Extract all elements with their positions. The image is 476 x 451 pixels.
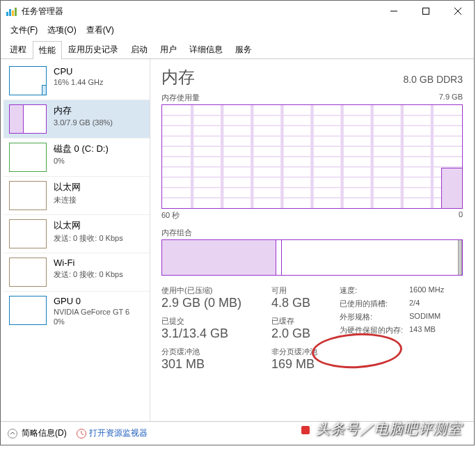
eth1-sub: 发送: 0 接收: 0 Kbps bbox=[54, 233, 123, 244]
fewer-details-label: 简略信息(D) bbox=[22, 427, 67, 439]
paged-label: 分页缓冲池 bbox=[161, 347, 266, 357]
tab-startup[interactable]: 启动 bbox=[125, 40, 154, 58]
window-title: 任务管理器 bbox=[22, 6, 378, 17]
sidebar-item-gpu[interactable]: GPU 0NVIDIA GeForce GT 60% bbox=[3, 291, 150, 330]
tab-history[interactable]: 应用历史记录 bbox=[62, 40, 125, 58]
monitor-icon bbox=[77, 429, 86, 438]
disk-thumb bbox=[9, 143, 47, 172]
form-value: SODIMM bbox=[409, 312, 441, 322]
svg-point-26 bbox=[8, 429, 17, 438]
committed-value: 3.1/13.4 GB bbox=[161, 326, 266, 341]
gpu-sub: NVIDIA GeForce GT 6 bbox=[54, 308, 129, 316]
menubar: 文件(F) 选项(O) 查看(V) bbox=[1, 22, 474, 40]
wifi-sub: 发送: 0 接收: 0 Kbps bbox=[54, 269, 123, 280]
available-label: 可用 bbox=[271, 285, 334, 296]
gpu-title: GPU 0 bbox=[54, 296, 129, 306]
menu-view[interactable]: 查看(V) bbox=[82, 23, 118, 38]
nonpaged-label: 非分页缓冲池 bbox=[271, 347, 334, 357]
resource-monitor-link[interactable]: 打开资源监视器 bbox=[77, 427, 148, 439]
sidebar-item-cpu[interactable]: CPU16% 1.44 GHz bbox=[3, 62, 150, 100]
footer: 简略信息(D) 打开资源监视器 bbox=[1, 421, 474, 445]
tabbar: 进程 性能 应用历史记录 启动 用户 详细信息 服务 bbox=[1, 40, 474, 59]
tab-details[interactable]: 详细信息 bbox=[183, 40, 229, 58]
slots-label: 已使用的插槽: bbox=[340, 299, 409, 309]
disk-title: 磁盘 0 (C: D:) bbox=[54, 143, 109, 155]
form-label: 外形规格: bbox=[340, 312, 409, 322]
sidebar: CPU16% 1.44 GHz 内存3.0/7.9 GB (38%) 磁盘 0 … bbox=[1, 59, 150, 421]
app-icon bbox=[6, 6, 17, 16]
close-button[interactable] bbox=[442, 1, 474, 22]
chevron-up-icon bbox=[8, 429, 17, 438]
committed-label: 已提交 bbox=[161, 316, 266, 326]
eth1-title: 以太网 bbox=[54, 219, 123, 232]
in-use-label: 使用中(已压缩) bbox=[161, 285, 266, 296]
wifi-thumb bbox=[9, 258, 47, 287]
slots-value: 2/4 bbox=[409, 299, 420, 309]
available-value: 4.8 GB bbox=[271, 296, 334, 310]
memory-usage-chart[interactable] bbox=[161, 104, 463, 209]
nonpaged-value: 169 MB bbox=[271, 357, 334, 372]
fewer-details-button[interactable]: 简略信息(D) bbox=[8, 427, 67, 439]
main-title: 内存 bbox=[161, 66, 195, 88]
disk-sub: 0% bbox=[54, 157, 109, 165]
memory-total: 8.0 GB DDR3 bbox=[403, 74, 463, 85]
svg-rect-2 bbox=[12, 10, 14, 16]
paged-value: 301 MB bbox=[161, 357, 266, 372]
axis-right: 0 bbox=[459, 210, 463, 221]
maximize-button[interactable] bbox=[410, 1, 442, 22]
sidebar-item-eth0[interactable]: 以太网未连接 bbox=[3, 176, 150, 214]
tab-users[interactable]: 用户 bbox=[154, 40, 183, 58]
memory-composition-chart[interactable] bbox=[161, 239, 463, 276]
memory-thumb bbox=[9, 104, 47, 134]
hw-label: 为硬件保留的内存: bbox=[340, 325, 409, 335]
svg-rect-5 bbox=[423, 8, 429, 15]
sidebar-item-disk[interactable]: 磁盘 0 (C: D:)0% bbox=[3, 138, 150, 176]
sidebar-item-eth1[interactable]: 以太网发送: 0 接收: 0 Kbps bbox=[3, 214, 150, 253]
wifi-title: Wi-Fi bbox=[54, 258, 123, 268]
in-use-value: 2.9 GB (0 MB) bbox=[161, 296, 266, 310]
sidebar-item-memory[interactable]: 内存3.0/7.9 GB (38%) bbox=[3, 100, 150, 138]
svg-rect-0 bbox=[6, 12, 8, 16]
cpu-thumb bbox=[9, 66, 47, 95]
eth1-thumb bbox=[9, 219, 47, 248]
main-panel: 内存 8.0 GB DDR3 内存使用量7.9 GB 60 秒0 内存组合 使用… bbox=[150, 59, 474, 421]
eth0-title: 以太网 bbox=[54, 181, 81, 193]
minimize-button[interactable] bbox=[378, 1, 410, 22]
speed-value: 1600 MHz bbox=[409, 285, 444, 296]
menu-file[interactable]: 文件(F) bbox=[6, 23, 42, 38]
eth0-thumb bbox=[9, 181, 47, 210]
tab-processes[interactable]: 进程 bbox=[3, 40, 33, 58]
usage-label: 内存使用量 bbox=[161, 93, 200, 103]
memory-title: 内存 bbox=[54, 104, 113, 117]
composition-label: 内存组合 bbox=[161, 228, 463, 238]
memory-sub: 3.0/7.9 GB (38%) bbox=[54, 118, 113, 127]
svg-rect-1 bbox=[9, 9, 11, 16]
svg-rect-3 bbox=[15, 8, 17, 16]
cached-value: 2.0 GB bbox=[271, 326, 334, 341]
titlebar: 任务管理器 bbox=[1, 1, 474, 22]
gpu-thumb bbox=[9, 296, 47, 325]
sidebar-item-wifi[interactable]: Wi-Fi发送: 0 接收: 0 Kbps bbox=[3, 253, 150, 291]
gpu-sub2: 0% bbox=[54, 317, 129, 326]
resource-monitor-label: 打开资源监视器 bbox=[89, 427, 148, 439]
speed-label: 速度: bbox=[340, 285, 409, 296]
tab-performance[interactable]: 性能 bbox=[33, 41, 62, 59]
tab-services[interactable]: 服务 bbox=[229, 40, 258, 58]
usage-max: 7.9 GB bbox=[439, 93, 463, 103]
cpu-sub: 16% 1.44 GHz bbox=[54, 78, 104, 86]
cpu-title: CPU bbox=[54, 66, 104, 77]
eth0-sub: 未连接 bbox=[54, 195, 81, 205]
axis-left: 60 秒 bbox=[161, 210, 180, 221]
hw-value: 143 MB bbox=[409, 325, 436, 335]
menu-options[interactable]: 选项(O) bbox=[43, 23, 80, 38]
cached-label: 已缓存 bbox=[271, 316, 334, 326]
